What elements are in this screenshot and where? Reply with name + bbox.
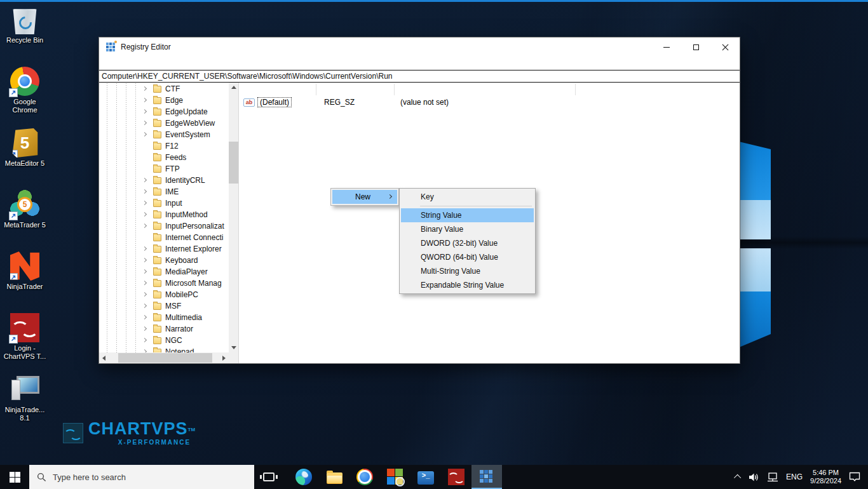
language-indicator[interactable]: ENG	[786, 472, 803, 481]
taskbar-clock[interactable]: 5:46 PM 9/28/2024	[810, 469, 841, 485]
submenu-item[interactable]: Binary Value	[401, 222, 534, 236]
tree-item[interactable]: FTP	[99, 163, 229, 175]
expand-chevron-icon[interactable]	[142, 224, 147, 228]
horizontal-scroll-thumb[interactable]	[118, 353, 212, 363]
network-icon[interactable]	[767, 472, 778, 482]
tree-item[interactable]: Keyboard	[99, 255, 229, 266]
menu-bar-item[interactable]	[132, 62, 142, 65]
desktop-icon-image[interactable]	[10, 128, 39, 157]
submenu-item[interactable]: Expandable String Value	[401, 278, 534, 292]
expand-chevron-icon[interactable]	[142, 98, 147, 102]
tree-item[interactable]: MobilePC	[99, 289, 229, 300]
menu-bar-item[interactable]	[121, 62, 132, 65]
menu-bar-item[interactable]	[111, 62, 121, 65]
expand-chevron-icon[interactable]	[142, 281, 147, 285]
expand-chevron-icon[interactable]	[142, 132, 147, 137]
vertical-scroll-thumb[interactable]	[229, 142, 238, 184]
minimize-button[interactable]	[652, 37, 681, 57]
taskbar-app-button[interactable]	[441, 465, 471, 489]
submenu-item[interactable]: Multi-String Value	[401, 264, 534, 278]
desktop-icon-image[interactable]	[10, 190, 39, 219]
scroll-down-button[interactable]	[229, 343, 238, 352]
submenu-item[interactable]: String Value	[401, 208, 534, 222]
desktop-icon[interactable]: MetaEditor 5	[0, 127, 50, 189]
submenu-item[interactable]: DWORD (32-bit) Value	[401, 236, 534, 250]
submenu-item[interactable]: Key	[401, 190, 534, 204]
tree-item[interactable]: NGC	[99, 335, 229, 346]
taskbar-app-button[interactable]	[471, 465, 502, 489]
desktop-icon[interactable]: MetaTrader 5	[0, 189, 50, 250]
task-view-button[interactable]	[254, 465, 283, 489]
tree-item[interactable]: EventSystem	[99, 129, 229, 140]
taskbar-app-button[interactable]	[349, 465, 380, 489]
taskbar-app-button[interactable]	[410, 465, 441, 489]
expand-chevron-icon[interactable]	[142, 201, 147, 205]
taskbar-app-button[interactable]	[288, 465, 319, 489]
desktop-icon-image[interactable]	[10, 375, 39, 404]
tree-item[interactable]: Narrator	[99, 323, 229, 335]
address-bar[interactable]: Computer\HKEY_CURRENT_USER\Software\Micr…	[99, 70, 740, 83]
desktop-icon-image[interactable]	[10, 251, 39, 281]
expand-chevron-icon[interactable]	[142, 326, 147, 331]
tree-horizontal-scrollbar[interactable]	[99, 352, 229, 363]
scroll-left-button[interactable]	[99, 352, 109, 363]
expand-chevron-icon[interactable]	[142, 178, 147, 182]
context-menu-item-new[interactable]: New	[332, 190, 397, 204]
expand-chevron-icon[interactable]	[142, 292, 147, 297]
submenu-item[interactable]: QWORD (64-bit) Value	[401, 250, 534, 264]
desktop-icon-image[interactable]	[10, 313, 39, 342]
tree-item[interactable]: Internet Explorer	[99, 243, 229, 255]
expand-chevron-icon[interactable]	[142, 258, 147, 262]
tree-vertical-scrollbar[interactable]	[229, 83, 238, 352]
tree-item[interactable]: MSF	[99, 300, 229, 312]
expand-chevron-icon[interactable]	[142, 269, 147, 274]
expand-chevron-icon[interactable]	[142, 109, 147, 114]
desktop-icon-image[interactable]	[10, 5, 39, 34]
desktop-icon[interactable]: NinjaTrade... 8.1	[0, 373, 50, 435]
scroll-right-button[interactable]	[219, 352, 229, 363]
scroll-up-button[interactable]	[229, 83, 238, 92]
expand-chevron-icon[interactable]	[142, 212, 147, 217]
tree-item[interactable]: EdgeWebView	[99, 117, 229, 129]
tree-item[interactable]: IME	[99, 186, 229, 198]
volume-icon[interactable]	[749, 472, 759, 482]
expand-chevron-icon[interactable]	[142, 86, 147, 91]
menu-bar-item[interactable]	[142, 62, 152, 65]
action-center-icon[interactable]	[849, 472, 860, 482]
desktop-icon[interactable]: Login - ChartVPS T...	[0, 312, 50, 373]
expand-chevron-icon[interactable]	[142, 315, 147, 319]
expand-chevron-icon[interactable]	[142, 189, 147, 194]
expand-chevron-icon[interactable]	[142, 338, 147, 342]
desktop-icon[interactable]: Recycle Bin	[0, 4, 50, 65]
taskbar-app-button[interactable]	[319, 465, 349, 489]
tree-item[interactable]: Input	[99, 198, 229, 209]
value-name[interactable]: (Default)	[257, 97, 292, 107]
maximize-button[interactable]	[681, 37, 710, 57]
tree-item[interactable]: MediaPlayer	[99, 266, 229, 278]
tree-item[interactable]: EdgeUpdate	[99, 106, 229, 117]
tree-item[interactable]: CTF	[99, 83, 229, 95]
submenu-item[interactable]	[401, 204, 534, 208]
tree-item[interactable]: F12	[99, 140, 229, 152]
tree-item[interactable]: Feeds	[99, 152, 229, 163]
desktop-icon-image[interactable]	[10, 67, 39, 96]
expand-chevron-icon[interactable]	[142, 246, 147, 251]
tree-item[interactable]: Internet Connecti	[99, 232, 229, 243]
taskbar-search[interactable]: Type here to search	[29, 465, 254, 489]
value-row[interactable]: ab (Default) REG_SZ (value not set)	[239, 97, 740, 109]
tree-item[interactable]: Edge	[99, 95, 229, 106]
desktop-icon[interactable]: NinjaTrader	[0, 250, 50, 312]
title-bar[interactable]: Registry Editor	[99, 37, 740, 57]
tree-item[interactable]: Notepad	[99, 346, 229, 352]
menu-bar-item[interactable]	[101, 62, 111, 65]
start-button[interactable]	[0, 465, 29, 489]
hidden-icons-chevron-icon[interactable]	[734, 474, 741, 481]
tree-item[interactable]: InputMethod	[99, 209, 229, 220]
tree-item[interactable]: Multimedia	[99, 312, 229, 323]
tree-item[interactable]: InputPersonalizat	[99, 220, 229, 232]
expand-chevron-icon[interactable]	[142, 121, 147, 125]
close-button[interactable]	[710, 37, 740, 57]
taskbar-app-button[interactable]	[380, 465, 410, 489]
tree-item[interactable]: IdentityCRL	[99, 175, 229, 186]
expand-chevron-icon[interactable]	[142, 304, 147, 308]
